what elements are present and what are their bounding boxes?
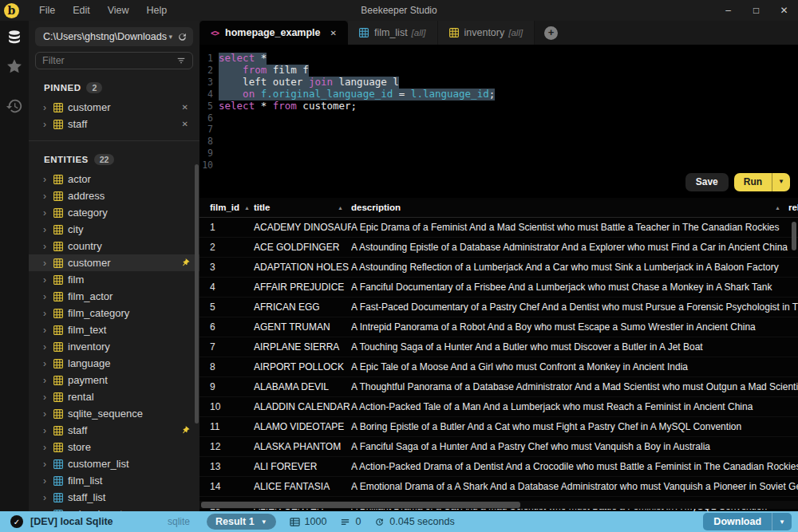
table-row[interactable]: 5AFRICAN EGGA Fast-Paced Documentary of … [200, 298, 798, 317]
code-line[interactable]: 2 from film f [200, 65, 798, 77]
code-line[interactable]: 10 [200, 160, 798, 171]
chevron-right-icon[interactable]: › [43, 258, 49, 268]
cell-title[interactable]: ALASKA PHANTOM [254, 441, 351, 452]
chevron-right-icon[interactable]: › [43, 191, 49, 201]
column-header-release_year[interactable]: release_year [788, 203, 798, 212]
cell-description[interactable]: A Action-Packed Tale of a Man And a Lumb… [351, 401, 798, 412]
cell-title[interactable]: ALAMO VIDEOTAPE [254, 421, 351, 432]
sidebar-item-payment[interactable]: ›payment [29, 372, 200, 388]
rail-favorites-button[interactable] [5, 57, 24, 77]
run-button[interactable]: Run [734, 173, 772, 191]
column-header-film_id[interactable]: film_id▲ [200, 203, 254, 212]
sidebar-item-language[interactable]: ›language [29, 355, 200, 372]
cell-title[interactable]: ALICE FANTASIA [254, 481, 351, 492]
chevron-right-icon[interactable]: › [43, 392, 49, 402]
tab-film_list[interactable]: film_list[all] [348, 21, 438, 45]
code-line[interactable]: 5select * from customer; [200, 100, 798, 112]
column-header-description[interactable]: description▲ [351, 203, 788, 212]
sidebar-item-sales_by_store[interactable]: ›sales_by_store [29, 506, 200, 511]
cell-film-id[interactable]: 12 [200, 441, 254, 452]
sidebar-item-rental[interactable]: ›rental [29, 388, 200, 405]
sidebar-item-film_category[interactable]: ›film_category [29, 305, 200, 321]
sql-editor[interactable]: 1select *2 from film f3 left outer join … [200, 45, 798, 198]
cell-description[interactable]: A Astounding Epistle of a Database Admin… [351, 242, 798, 253]
tab-homepage_example[interactable]: <>homepage_example✕ [200, 21, 348, 45]
code-line[interactable]: 3 left outer join language l [200, 77, 798, 89]
unpin-close-icon[interactable]: ✕ [182, 103, 188, 112]
run-options-caret[interactable]: ▼ [772, 173, 790, 191]
table-row[interactable]: 9ALABAMA DEVILA Thoughtful Panorama of a… [200, 377, 798, 397]
cell-film-id[interactable]: 4 [200, 282, 254, 293]
sidebar-item-sqlite_sequence[interactable]: ›sqlite_sequence [29, 405, 200, 422]
table-row[interactable]: 10ALADDIN CALENDARA Action-Packed Tale o… [200, 397, 798, 417]
filter-icon[interactable] [176, 56, 186, 65]
chevron-right-icon[interactable]: › [43, 242, 49, 251]
column-header-title[interactable]: title▲ [254, 203, 351, 212]
cell-film-id[interactable]: 5 [200, 301, 254, 313]
tab-inventory[interactable]: inventory[all] [438, 21, 535, 45]
sidebar-item-city[interactable]: ›city [29, 221, 200, 238]
pin-icon[interactable] [179, 256, 192, 270]
chevron-right-icon[interactable]: › [43, 459, 49, 469]
table-row[interactable]: 11ALAMO VIDEOTAPEA Boring Epistle of a B… [200, 417, 798, 437]
cell-film-id[interactable]: 11 [200, 421, 254, 432]
code-line[interactable]: 8 [200, 136, 798, 148]
vertical-scrollbar[interactable] [792, 222, 796, 250]
cell-description[interactable]: A Emotional Drama of a A Shark And a Dat… [351, 481, 798, 492]
chevron-right-icon[interactable]: › [43, 493, 49, 502]
chevron-right-icon[interactable]: › [43, 275, 49, 285]
cell-title[interactable]: ALABAMA DEVIL [254, 381, 351, 392]
pin-icon[interactable] [179, 424, 192, 437]
chevron-right-icon[interactable]: › [43, 510, 49, 512]
chevron-right-icon[interactable]: › [43, 103, 49, 112]
table-row[interactable]: 8AIRPORT POLLOCKA Epic Tale of a Moose A… [200, 357, 798, 377]
table-row[interactable]: 3ADAPTATION HOLESA Astounding Reflection… [200, 258, 798, 278]
chevron-right-icon[interactable]: › [43, 409, 49, 419]
chevron-right-icon[interactable]: › [43, 476, 49, 486]
sidebar-item-customer_list[interactable]: ›customer_list [29, 455, 200, 472]
cell-title[interactable]: AIRPLANE SIERRA [254, 341, 351, 353]
cell-film-id[interactable]: 3 [200, 262, 254, 273]
sidebar-item-customer[interactable]: ›customer✕ [29, 99, 200, 116]
cell-title[interactable]: AGENT TRUMAN [254, 321, 351, 333]
cell-film-id[interactable]: 10 [200, 401, 254, 412]
download-options-caret[interactable]: ▼ [772, 513, 792, 530]
cell-film-id[interactable]: 9 [200, 381, 254, 392]
horizontal-scrollbar[interactable] [201, 502, 520, 508]
chevron-right-icon[interactable]: › [43, 292, 49, 301]
refresh-icon[interactable] [177, 32, 188, 42]
cell-description[interactable]: A Fast-Paced Documentary of a Pastry Che… [351, 301, 798, 313]
code-line[interactable]: 7 [200, 124, 798, 136]
sort-asc-icon[interactable]: ▲ [775, 205, 780, 211]
result-selector[interactable]: Result 1 ▼ [207, 514, 276, 530]
code-line[interactable]: 9 [200, 148, 798, 160]
cell-description[interactable]: A Action-Packed Drama of a Dentist And a… [351, 461, 798, 472]
sidebar-item-staff_list[interactable]: ›staff_list [29, 489, 200, 506]
chevron-right-icon[interactable]: › [43, 376, 49, 385]
sidebar-item-film_list[interactable]: ›film_list [29, 472, 200, 489]
code-area[interactable]: 1select *2 from film f3 left outer join … [200, 53, 798, 171]
cell-description[interactable]: A Thoughtful Panorama of a Database Admi… [351, 381, 798, 392]
chevron-right-icon[interactable]: › [43, 325, 49, 335]
cell-title[interactable]: AIRPORT POLLOCK [254, 361, 351, 372]
table-row[interactable]: 6AGENT TRUMANA Intrepid Panorama of a Ro… [200, 317, 798, 337]
table-row[interactable]: 14ALICE FANTASIAA Emotional Drama of a A… [200, 477, 798, 497]
cell-description[interactable]: A Fanciful Documentary of a Frisbee And … [351, 282, 798, 293]
cell-description[interactable]: A Intrepid Panorama of a Robot And a Boy… [351, 321, 798, 333]
sidebar-item-actor[interactable]: ›actor [29, 171, 200, 187]
chevron-right-icon[interactable]: › [43, 309, 49, 318]
cell-title[interactable]: ALI FOREVER [254, 461, 351, 472]
sidebar-scrollbar[interactable] [195, 164, 199, 424]
chevron-right-icon[interactable]: › [43, 426, 49, 435]
cell-description[interactable]: A Touching Saga of a Hunter And a Butler… [351, 341, 798, 353]
chevron-right-icon[interactable]: › [43, 225, 49, 234]
cell-film-id[interactable]: 2 [200, 242, 254, 253]
rail-history-button[interactable] [5, 97, 24, 116]
save-button[interactable]: Save [685, 173, 729, 191]
menu-file[interactable]: File [30, 5, 64, 16]
cell-description[interactable]: A Epic Drama of a Feminist And a Mad Sci… [351, 222, 798, 233]
connection-dropdown[interactable]: C:\Users\ghstng\Downloads ▾ [35, 27, 193, 46]
rail-tables-button[interactable] [5, 29, 24, 48]
sidebar-item-customer[interactable]: ›customer [29, 254, 200, 271]
chevron-right-icon[interactable]: › [43, 359, 49, 368]
